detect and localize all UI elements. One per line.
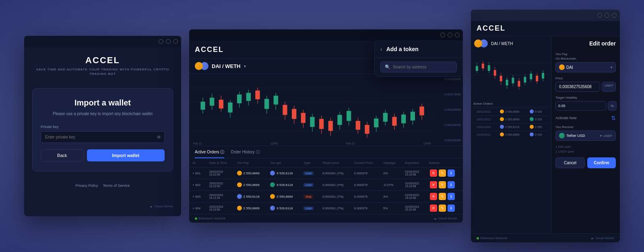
svg-rect-39 — [356, 121, 360, 130]
maximize-button[interactable] — [166, 39, 171, 44]
edit-footer: Ethereum Network ☁ Cloud Server — [471, 233, 620, 242]
info-order-button[interactable]: ℹ — [448, 204, 455, 212]
info-order-button[interactable]: ℹ — [448, 169, 455, 177]
svg-rect-27 — [301, 113, 305, 123]
minimize-button[interactable] — [159, 39, 163, 44]
edit-order-button[interactable]: ✎ — [439, 204, 446, 212]
pair-name[interactable]: DAI / WETH — [212, 63, 241, 69]
weth-pay-icon — [237, 194, 242, 199]
time-label-3: Feb 22 — [346, 142, 355, 145]
accel-logo: ACCEL — [85, 55, 120, 66]
weth-get-icon — [270, 171, 275, 176]
edit-orders-mini: Active Orders 23/02/2022 2 550,8669 — [471, 99, 551, 140]
add-token-modal: ‹ Add a token 🔍 — [374, 41, 463, 77]
price-axis: 0.000289999 0.000279999 0.000269999 0.00… — [435, 74, 463, 146]
token-search-input[interactable] — [393, 65, 452, 69]
private-key-input[interactable] — [41, 131, 165, 143]
price-input[interactable] — [555, 82, 600, 92]
order-target: 0.000301 (7%) — [319, 167, 351, 179]
toggle-icon[interactable]: ⇅ — [611, 115, 616, 121]
edit-order-button[interactable]: ✎ — [439, 193, 446, 200]
dai-pay-icon — [237, 206, 242, 211]
col-type: Type — [300, 159, 319, 167]
order-expand[interactable]: + 002 — [189, 179, 206, 191]
delete-order-button[interactable]: ✕ — [430, 169, 437, 177]
mini-dai-icon3 — [530, 125, 534, 129]
edit-cloud-icon: ☁ — [590, 236, 594, 240]
edit-header: ACCEL — [471, 21, 620, 36]
you-pay-label: You Pay — [555, 52, 616, 56]
order-actions: ✕ ✎ ℹ — [426, 179, 463, 191]
titlebar-trading — [189, 29, 463, 41]
close-button-trading[interactable] — [455, 33, 460, 37]
pay-token-select[interactable]: DAI ▾ — [555, 62, 616, 72]
import-wallet-window: ACCEL SAVE TIME AND AUTOMATE YOUR TRADIN… — [24, 36, 181, 216]
svg-rect-64 — [494, 70, 496, 76]
activate-label: Activate Now — [555, 116, 577, 120]
pair-dropdown-arrow[interactable]: ▾ — [244, 64, 246, 68]
order-expiry: 01/03/202215:10:58 — [402, 191, 425, 202]
eye-icon[interactable]: 👁 — [157, 134, 161, 140]
dai-pay-icon — [237, 171, 242, 176]
maximize-button-edit[interactable] — [605, 13, 609, 18]
modal-search[interactable]: 🔍 — [380, 62, 457, 72]
you-receive-label: You Receive — [555, 125, 616, 129]
order-actions: ✕ ✎ ℹ — [426, 191, 463, 202]
mini-weth-icon — [530, 109, 534, 114]
order-expand[interactable]: + 003 — [189, 191, 206, 202]
minimize-button-trading[interactable] — [440, 33, 445, 37]
import-wallet-button[interactable]: Import wallet — [87, 149, 165, 161]
cloud-server-trading: ☁ Cloud Server — [433, 217, 457, 220]
receive-token-select[interactable]: Tether USD ▾ USDT — [555, 130, 616, 141]
pay-token-name: DAI — [566, 65, 609, 70]
time-label-2: 12PM — [270, 142, 278, 145]
col-target: Target price — [319, 159, 351, 167]
edit-order-button[interactable]: ✎ — [439, 169, 446, 177]
pay-amount: 2 550,8669 — [244, 183, 260, 187]
ratio-1: 1 DAI paid — [555, 145, 616, 149]
cancel-edit-button[interactable]: Cancel — [555, 157, 585, 168]
cloud-icon: ☁ — [149, 204, 153, 208]
close-button[interactable] — [173, 39, 178, 44]
order-expand[interactable]: + 004 — [189, 202, 206, 214]
minimize-button-edit[interactable] — [597, 13, 602, 18]
import-card: Import a wallet Please use a private key… — [32, 88, 173, 171]
volatility-input[interactable] — [555, 101, 606, 111]
import-title: Import a wallet — [41, 98, 165, 107]
price-level-2: 0.000279999 — [437, 93, 461, 96]
price-level-1: 0.000289999 — [437, 78, 461, 81]
price-suffix: USD? — [602, 82, 616, 92]
order-history-tab[interactable]: Order History ⓘ — [231, 149, 260, 158]
privacy-link[interactable]: Privacy Policy — [75, 184, 98, 188]
edit-order-button[interactable]: ✎ — [439, 181, 446, 188]
col-get: You get — [267, 159, 300, 167]
confirm-edit-button[interactable]: Confirm — [587, 157, 616, 168]
order-expand[interactable]: + 001 — [189, 167, 206, 179]
maximize-button-trading[interactable] — [448, 33, 452, 37]
svg-rect-25 — [292, 109, 296, 119]
order-pay: 2 550,8669 — [234, 202, 267, 214]
info-order-button[interactable]: ℹ — [448, 193, 455, 200]
orders-section: Active Orders ⓘ Order History ⓘ ID Date … — [189, 146, 463, 214]
info-order-button[interactable]: ℹ — [448, 181, 455, 188]
modal-back-button[interactable]: ‹ — [380, 46, 382, 52]
terms-link[interactable]: Terms of Service — [103, 184, 130, 188]
edit-body: DAI / WETH — [471, 36, 620, 233]
table-row: + 003 23/02/202215:11:34 2 550,6118 2 — [189, 191, 463, 202]
delete-order-button[interactable]: ✕ — [430, 181, 437, 188]
type-badge: Limit — [303, 183, 314, 187]
col-id: ID — [189, 159, 206, 167]
svg-rect-78 — [536, 76, 538, 81]
dai-icon — [195, 62, 203, 70]
svg-rect-29 — [310, 117, 314, 127]
svg-rect-43 — [374, 118, 378, 127]
chart-area: 0.000289999 0.000279999 0.000269999 0.00… — [189, 74, 463, 146]
order-slippage: 2% — [380, 167, 402, 179]
delete-order-button[interactable]: ✕ — [430, 204, 437, 212]
delete-order-button[interactable]: ✕ — [430, 193, 437, 200]
active-orders-tab[interactable]: Active Orders ⓘ — [195, 149, 224, 158]
back-button[interactable]: Back — [41, 149, 84, 161]
close-button-edit[interactable] — [612, 13, 617, 18]
svg-rect-80 — [542, 73, 544, 78]
edit-logo: ACCEL — [477, 24, 506, 33]
